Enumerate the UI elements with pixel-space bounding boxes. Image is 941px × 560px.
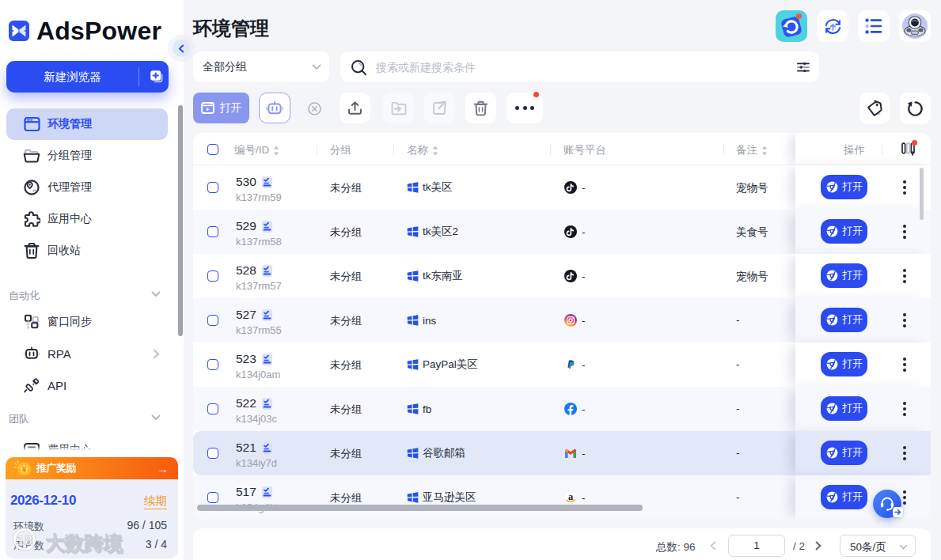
svg-text:a: a [568, 491, 574, 502]
